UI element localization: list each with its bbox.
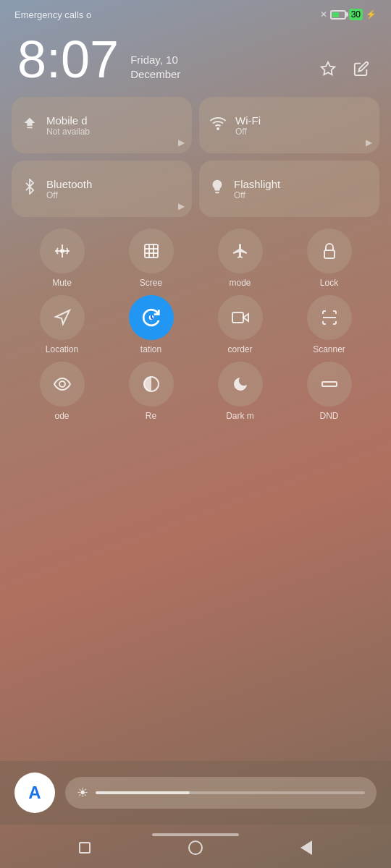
mobile-data-title: Mobile d — [46, 114, 90, 127]
dnd-circle — [307, 362, 352, 407]
svg-point-1 — [217, 128, 219, 129]
bluetooth-title: Bluetooth — [46, 178, 92, 190]
svg-marker-12 — [243, 314, 248, 321]
status-right-icons: ✕ 30 ⚡ — [320, 9, 377, 20]
airplane-circle — [218, 229, 263, 273]
svg-rect-4 — [145, 244, 158, 258]
battery-fill — [332, 12, 340, 17]
navigation-bar — [0, 827, 391, 868]
clock-area: 8:07 Friday, 10 December — [0, 26, 391, 97]
darkmode-tile[interactable]: Dark m — [218, 362, 263, 421]
dnd-label: DND — [320, 411, 339, 421]
rotation-circle — [129, 295, 174, 340]
reading-mode-circle — [40, 362, 85, 407]
clock-icons — [316, 56, 374, 81]
scanner-circle — [307, 295, 352, 340]
brightness-slider[interactable]: ☀ — [65, 777, 377, 809]
scanner-label: Scanner — [313, 344, 345, 354]
flashlight-text: Flashlight Off — [234, 178, 280, 200]
flashlight-sub: Off — [234, 190, 280, 200]
small-tiles-row-3: ode Re Dark m — [12, 362, 379, 421]
tiles-row-1: Mobile d Not availab ▶ Wi-Fi Off ▶ — [12, 97, 379, 153]
brightness-track — [96, 791, 365, 794]
screenshot-label: Scree — [140, 278, 162, 288]
darkmode-label: Dark m — [226, 411, 254, 421]
svg-point-15 — [59, 381, 65, 387]
wifi-sub: Off — [235, 127, 261, 137]
back-button[interactable] — [294, 835, 319, 860]
brightness-fill — [96, 791, 190, 794]
airplane-tile[interactable]: mode — [218, 229, 263, 288]
mobile-data-tile[interactable]: Mobile d Not availab ▶ — [12, 97, 192, 153]
wifi-tile[interactable]: Wi-Fi Off ▶ — [199, 97, 379, 153]
battery-percent: 30 — [349, 9, 363, 20]
small-tiles-row-2: Location tation corder — [12, 295, 379, 354]
mobile-data-arrow: ▶ — [178, 137, 185, 148]
edit-icon[interactable] — [349, 56, 374, 81]
rotation-tile[interactable]: tation — [129, 295, 174, 354]
reading2-label: Re — [146, 411, 156, 421]
flashlight-title: Flashlight — [234, 178, 280, 190]
emergency-calls-text: Emergency calls o — [14, 9, 91, 20]
clock-date: Friday, 10 December — [130, 53, 180, 81]
svg-rect-13 — [232, 312, 243, 323]
recent-apps-icon — [79, 842, 91, 854]
mute-label: Mute — [52, 278, 72, 288]
scanner-tile[interactable]: Scanner — [307, 295, 352, 354]
bluetooth-sub: Off — [46, 190, 92, 200]
flashlight-icon — [209, 179, 225, 199]
reading2-tile[interactable]: Re — [129, 362, 174, 421]
bluetooth-text: Bluetooth Off — [46, 178, 92, 200]
recent-apps-button[interactable] — [72, 835, 97, 860]
recorder-circle — [218, 295, 263, 340]
font-label: A — [28, 783, 41, 803]
location-label: Location — [46, 344, 78, 354]
wifi-icon — [209, 114, 227, 136]
bluetooth-arrow: ▶ — [178, 201, 185, 211]
reading2-circle — [129, 362, 174, 407]
mobile-data-icon — [22, 115, 38, 135]
mute-tile[interactable]: Mute — [40, 229, 85, 288]
svg-rect-17 — [322, 382, 337, 386]
wifi-arrow: ▶ — [366, 137, 372, 148]
lock-tile[interactable]: Lock — [307, 229, 352, 288]
svg-marker-0 — [321, 62, 335, 75]
reading-mode-tile[interactable]: ode — [40, 362, 85, 421]
rotation-label: tation — [140, 344, 161, 354]
recorder-label: corder — [227, 344, 252, 354]
brightness-icon: ☀ — [77, 785, 88, 801]
bottom-controls: A ☀ — [0, 761, 391, 825]
location-circle — [40, 295, 85, 340]
screenshot-tile[interactable]: Scree — [129, 229, 174, 288]
flashlight-tile[interactable]: Flashlight Off — [199, 161, 379, 217]
home-icon — [188, 841, 203, 855]
location-tile[interactable]: Location — [40, 295, 85, 354]
mobile-data-text: Mobile d Not availab — [46, 114, 90, 137]
charging-icon: ⚡ — [366, 9, 377, 20]
wifi-title: Wi-Fi — [235, 114, 261, 127]
settings-icon[interactable] — [316, 56, 340, 81]
lock-circle — [307, 229, 352, 273]
font-size-button[interactable]: A — [14, 773, 55, 813]
bluetooth-icon — [22, 179, 38, 199]
wifi-text: Wi-Fi Off — [235, 114, 261, 137]
back-icon — [300, 841, 312, 855]
quick-tiles-container: Mobile d Not availab ▶ Wi-Fi Off ▶ — [0, 97, 391, 421]
battery-icon — [330, 10, 346, 20]
small-tiles-row-1: Mute Scree mode — [12, 229, 379, 288]
recorder-tile[interactable]: corder — [218, 295, 263, 354]
bluetooth-tile[interactable]: Bluetooth Off ▶ — [12, 161, 192, 217]
clock-time: 8:07 — [17, 33, 119, 85]
battery-x-icon: ✕ — [320, 9, 327, 20]
mobile-data-sub: Not availab — [46, 127, 90, 137]
mute-circle — [40, 229, 85, 273]
home-button[interactable] — [183, 835, 208, 860]
darkmode-circle — [218, 362, 263, 407]
svg-marker-10 — [56, 310, 70, 324]
nav-bar-indicator — [152, 833, 239, 836]
screenshot-circle — [129, 229, 174, 273]
dnd-tile[interactable]: DND — [307, 362, 352, 421]
svg-rect-9 — [324, 250, 335, 258]
reading-mode-label: ode — [54, 411, 69, 421]
status-bar: Emergency calls o ✕ 30 ⚡ — [0, 0, 391, 26]
